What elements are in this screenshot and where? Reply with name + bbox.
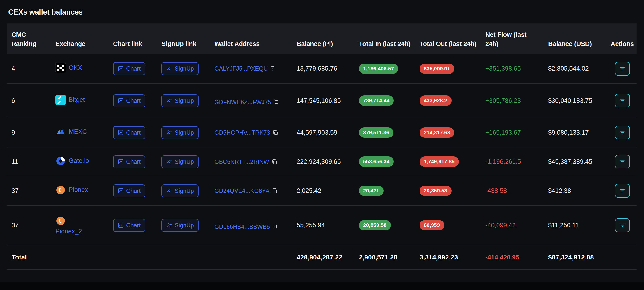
cmc-ranking-value: 11 xyxy=(12,158,18,165)
table-row: 37 Pionex Chart SignUp GD24QVE4...KG6YA xyxy=(7,176,637,205)
signup-button[interactable]: SignUp xyxy=(162,155,198,168)
wallet-address-link[interactable]: GDL66HS4...BBWB6 xyxy=(214,223,270,230)
balance-usd-value: $2,805,544.02 xyxy=(548,65,589,72)
signup-button-label: SignUp xyxy=(175,222,194,229)
actions-filter-button[interactable] xyxy=(615,184,630,198)
balance-pi-value: 55,255.94 xyxy=(296,222,325,229)
signup-button[interactable]: SignUp xyxy=(162,184,198,197)
table-footer: Total 428,904,287.22 2,900,571.28 3,314,… xyxy=(7,245,637,270)
col-header-balance-pi: Balance (Pi) xyxy=(292,23,355,54)
chart-button[interactable]: Chart xyxy=(113,219,145,232)
cmc-ranking-value: 37 xyxy=(12,187,18,194)
exchange-link[interactable]: MEXC xyxy=(56,127,87,137)
balance-usd-value: $9,080,133.17 xyxy=(548,129,589,136)
balance-usd-value: $30,040,183.75 xyxy=(548,97,592,104)
col-header-cmc-ranking: CMC Ranking xyxy=(7,23,51,54)
total-label: Total xyxy=(7,245,51,270)
total-in-badge: 739,714.44 xyxy=(359,96,394,106)
wallet-address-link[interactable]: GBC6NRTT...2RINW xyxy=(214,158,269,165)
filter-icon xyxy=(619,129,626,136)
exchange-name: Gate.io xyxy=(69,157,89,164)
table-row: 4 OKX Chart SignUp GALYJFJ5...PXEQU xyxy=(7,54,637,83)
actions-filter-button[interactable] xyxy=(615,155,630,168)
col-header-exchange: Exchange xyxy=(51,23,109,54)
exchange-link[interactable]: Pionex_2 xyxy=(56,216,82,235)
exchange-link[interactable]: Pionex xyxy=(56,185,88,195)
add-user-icon xyxy=(166,188,172,194)
total-out-badge: 433,928.2 xyxy=(420,96,452,106)
chart-button-label: Chart xyxy=(126,187,140,194)
chart-button[interactable]: Chart xyxy=(113,126,145,139)
table-row: 37 Pionex_2 Chart SignUp GDL66HS4...BBWB… xyxy=(7,205,637,245)
total-row: Total 428,904,287.22 2,900,571.28 3,314,… xyxy=(7,245,637,270)
total-in-badge: 1,186,408.57 xyxy=(359,64,398,74)
chart-icon xyxy=(118,159,124,165)
page-title: CEXs wallet balances xyxy=(7,0,637,23)
total-in-badge: 20,859.58 xyxy=(359,220,391,230)
col-header-total-in: Total In (last 24h) xyxy=(355,23,415,54)
cmc-ranking-value: 9 xyxy=(12,129,15,136)
wallet-address-link[interactable]: GALYJFJ5...PXEQU xyxy=(214,65,268,72)
wallet-address: GDL66HS4...BBWB6 xyxy=(214,220,288,230)
table-row: 6 Bitget Chart SignUp GDFNWH6Z...FWJ75 xyxy=(7,83,637,118)
wallet-address-link[interactable]: GD24QVE4...KG6YA xyxy=(214,187,269,194)
net-flow-value: +351,398.65 xyxy=(485,65,521,72)
exchange-link[interactable]: Gate.io xyxy=(56,156,89,166)
cmc-ranking-value: 6 xyxy=(12,97,15,104)
add-user-icon xyxy=(166,66,172,72)
signup-button[interactable]: SignUp xyxy=(162,62,198,75)
exchange-name: Pionex_2 xyxy=(56,228,82,235)
signup-button[interactable]: SignUp xyxy=(162,94,198,107)
filter-icon xyxy=(619,187,626,194)
chart-button[interactable]: Chart xyxy=(113,184,145,197)
total-out-sum: 3,314,992.23 xyxy=(415,245,481,270)
add-user-icon xyxy=(166,130,172,136)
copy-icon[interactable] xyxy=(272,223,277,229)
copy-icon[interactable] xyxy=(273,99,278,104)
total-out-badge: 835,009.91 xyxy=(420,64,454,74)
total-net-flow: -414,420.95 xyxy=(485,254,519,261)
add-user-icon xyxy=(166,222,172,228)
add-user-icon xyxy=(166,98,172,104)
wallet-address-link[interactable]: GDFNWH6Z...FWJ75 xyxy=(214,99,271,105)
cmc-ranking-value: 37 xyxy=(12,222,18,229)
exchange-link[interactable]: Bitget xyxy=(56,95,85,105)
total-out-badge: 214,317.68 xyxy=(420,127,454,138)
chart-button[interactable]: Chart xyxy=(113,155,145,168)
signup-button[interactable]: SignUp xyxy=(162,126,198,139)
wallet-address-link[interactable]: GD5HGPHV...TRK73 xyxy=(214,129,270,136)
table-body: 4 OKX Chart SignUp GALYJFJ5...PXEQU xyxy=(7,54,637,245)
balance-usd-value: $11,250.11 xyxy=(548,222,579,229)
table-header-row: CMC Ranking Exchange Chart link SignUp l… xyxy=(7,23,637,54)
actions-filter-button[interactable] xyxy=(615,218,630,232)
wallet-address: GD24QVE4...KG6YA xyxy=(214,187,288,194)
wallet-address: GD5HGPHV...TRK73 xyxy=(214,129,288,136)
net-flow-value: +165,193.67 xyxy=(485,129,521,136)
cmc-ranking-value: 4 xyxy=(12,65,15,72)
chart-button[interactable]: Chart xyxy=(113,94,145,107)
wallet-address: GDFNWH6Z...FWJ75 xyxy=(214,96,288,106)
pionex-icon xyxy=(56,185,66,195)
chart-button-label: Chart xyxy=(126,129,140,136)
actions-filter-button[interactable] xyxy=(615,94,630,108)
cex-balances-table: CMC Ranking Exchange Chart link SignUp l… xyxy=(7,23,637,270)
col-header-balance-usd: Balance (USD) xyxy=(544,23,607,54)
copy-icon[interactable] xyxy=(270,66,276,72)
copy-icon[interactable] xyxy=(272,188,277,194)
signup-button-label: SignUp xyxy=(175,129,194,136)
actions-filter-button[interactable] xyxy=(615,62,630,76)
chart-button[interactable]: Chart xyxy=(113,62,145,75)
chart-icon xyxy=(118,66,124,72)
net-flow-value: +305,786.23 xyxy=(485,97,521,104)
balance-pi-value: 2,025.42 xyxy=(296,187,321,194)
net-flow-value: -40,099.42 xyxy=(485,222,516,229)
copy-icon[interactable] xyxy=(272,159,277,164)
balance-pi-value: 147,545,106.85 xyxy=(296,97,341,104)
copy-icon[interactable] xyxy=(272,130,278,135)
balance-usd-value: $45,387,389.45 xyxy=(548,158,592,165)
col-header-actions: Actions xyxy=(607,23,637,54)
exchange-link[interactable]: OKX xyxy=(56,63,82,73)
wallet-address: GALYJFJ5...PXEQU xyxy=(214,65,288,72)
actions-filter-button[interactable] xyxy=(615,126,630,139)
signup-button[interactable]: SignUp xyxy=(162,219,198,232)
